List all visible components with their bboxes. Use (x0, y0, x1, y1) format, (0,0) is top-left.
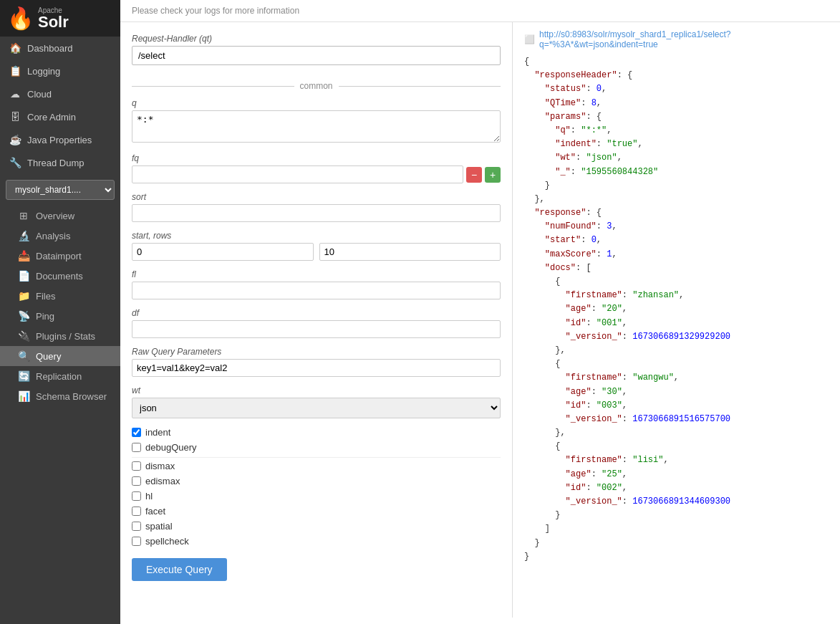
sidebar-item-analysis[interactable]: 🔬 Analysis (0, 226, 120, 246)
top-nav: 🏠 Dashboard 📋 Logging ☁ Cloud 🗄 Core Adm… (0, 37, 120, 174)
df-input[interactable] (132, 320, 501, 338)
facet-checkbox[interactable] (132, 507, 141, 516)
core-admin-icon: 🗄 (9, 111, 21, 123)
facet-label[interactable]: facet (145, 506, 165, 517)
dismax-row: dismax (132, 461, 501, 471)
sidebar-item-plugins-stats[interactable]: 🔌 Plugins / Stats (0, 326, 120, 346)
debug-query-checkbox[interactable] (132, 443, 141, 452)
sort-group: sort (132, 192, 501, 222)
sidebar-item-schema-browser-label: Schema Browser (36, 391, 107, 402)
sidebar-item-logging[interactable]: 📋 Logging (0, 59, 120, 82)
rows-input[interactable] (319, 243, 501, 261)
handler-label: Request-Handler (qt) (132, 34, 501, 44)
url-icon: ⬜ (524, 34, 535, 44)
fq-label: fq (132, 153, 501, 163)
overview-icon: ⊞ (17, 210, 30, 221)
result-panel: ⬜ http://s0:8983/solr/mysolr_shard1_repl… (513, 22, 840, 618)
fl-group: fl (132, 269, 501, 299)
spatial-checkbox[interactable] (132, 522, 141, 531)
sidebar-item-dashboard-label: Dashboard (27, 43, 73, 54)
sidebar-item-ping-label: Ping (36, 311, 54, 322)
sidebar-item-replication[interactable]: 🔄 Replication (0, 366, 120, 386)
spellcheck-row: spellcheck (132, 536, 501, 547)
sort-input[interactable] (132, 204, 501, 222)
sidebar-item-cloud[interactable]: ☁ Cloud (0, 82, 120, 105)
fq-group: fq − + (132, 153, 501, 183)
handler-group: Request-Handler (qt) (132, 34, 501, 72)
files-icon: 📁 (17, 290, 30, 302)
fl-input[interactable] (132, 282, 501, 299)
spatial-label[interactable]: spatial (145, 521, 173, 532)
facet-row: facet (132, 506, 501, 517)
indent-label[interactable]: indent (145, 427, 170, 438)
replication-icon: 🔄 (17, 370, 30, 382)
content-area: Please check your logs for more informat… (120, 0, 840, 624)
fl-label: fl (132, 269, 501, 279)
sidebar-item-analysis-label: Analysis (36, 231, 70, 241)
edismax-label[interactable]: edismax (145, 476, 180, 486)
spellcheck-checkbox[interactable] (132, 537, 141, 546)
logo-area: 🔥 Apache Solr (0, 0, 120, 37)
edismax-checkbox[interactable] (132, 476, 141, 486)
form-panel: Request-Handler (qt) common q *:* fq − + (120, 22, 513, 618)
top-message-text: Please check your logs for more informat… (132, 6, 299, 16)
sidebar-item-files[interactable]: 📁 Files (0, 286, 120, 306)
hl-checkbox[interactable] (132, 491, 141, 501)
sidebar-item-ping[interactable]: 📡 Ping (0, 306, 120, 326)
result-url-link[interactable]: http://s0:8983/solr/mysolr_shard1_replic… (539, 29, 829, 49)
execute-query-button[interactable]: Execute Query (132, 558, 227, 581)
thread-dump-icon: 🔧 (9, 157, 21, 168)
sidebar-item-schema-browser[interactable]: 📊 Schema Browser (0, 386, 120, 406)
fq-add-button[interactable]: + (485, 167, 501, 183)
sidebar-item-logging-label: Logging (27, 66, 60, 77)
q-label: q (132, 98, 501, 108)
sidebar-item-dataimport-label: Dataimport (36, 251, 82, 261)
result-url-row: ⬜ http://s0:8983/solr/mysolr_shard1_repl… (524, 29, 829, 49)
dismax-label[interactable]: dismax (145, 461, 175, 471)
sidebar-item-core-admin[interactable]: 🗄 Core Admin (0, 105, 120, 128)
indent-checkbox[interactable] (132, 428, 141, 437)
q-input[interactable]: *:* (132, 110, 501, 143)
start-input[interactable] (132, 243, 314, 261)
handler-input[interactable] (132, 46, 501, 65)
q-group: q *:* (132, 98, 501, 145)
sidebar-item-dashboard[interactable]: 🏠 Dashboard (0, 37, 120, 59)
ping-icon: 📡 (17, 310, 30, 322)
fq-remove-button[interactable]: − (466, 167, 482, 183)
sort-label: sort (132, 192, 501, 202)
hl-label[interactable]: hl (145, 491, 153, 501)
solr-feather-icon: 🔥 (7, 6, 34, 31)
sub-nav: ⊞ Overview 🔬 Analysis 📥 Dataimport 📄 Doc… (0, 206, 120, 406)
sidebar-item-documents[interactable]: 📄 Documents (0, 266, 120, 286)
cloud-icon: ☁ (9, 88, 21, 100)
sidebar-item-java-properties[interactable]: ☕ Java Properties (0, 128, 120, 151)
sidebar-item-overview-label: Overview (36, 211, 74, 221)
analysis-icon: 🔬 (17, 230, 30, 241)
start-rows-row (132, 243, 501, 261)
sidebar-item-thread-dump[interactable]: 🔧 Thread Dump (0, 151, 120, 174)
collection-select[interactable]: mysolr_shard1.... (6, 180, 115, 200)
sidebar-item-thread-dump-label: Thread Dump (27, 158, 84, 168)
df-label: df (132, 308, 501, 318)
sidebar-item-java-properties-label: Java Properties (27, 135, 92, 145)
start-rows-group: start, rows (132, 231, 501, 261)
sidebar-item-query-label: Query (36, 351, 61, 362)
dataimport-icon: 📥 (17, 250, 30, 261)
fq-input[interactable] (132, 165, 463, 183)
wt-select[interactable]: json xml python ruby php csv (132, 398, 501, 418)
hl-row: hl (132, 491, 501, 501)
common-divider: common (132, 81, 501, 91)
sidebar-item-overview[interactable]: ⊞ Overview (0, 206, 120, 226)
spellcheck-label[interactable]: spellcheck (145, 536, 189, 547)
wt-group: wt json xml python ruby php csv (132, 385, 501, 418)
sidebar-item-query[interactable]: 🔍 Query (0, 346, 120, 366)
raw-query-group: Raw Query Parameters (132, 347, 501, 377)
debug-query-label[interactable]: debugQuery (145, 442, 197, 453)
raw-query-input[interactable] (132, 359, 501, 377)
query-icon: 🔍 (17, 350, 30, 362)
sidebar-item-cloud-label: Cloud (27, 89, 52, 100)
df-group: df (132, 308, 501, 338)
sidebar-item-dataimport[interactable]: 📥 Dataimport (0, 246, 120, 266)
dismax-checkbox[interactable] (132, 461, 141, 471)
debug-query-row: debugQuery (132, 442, 501, 453)
